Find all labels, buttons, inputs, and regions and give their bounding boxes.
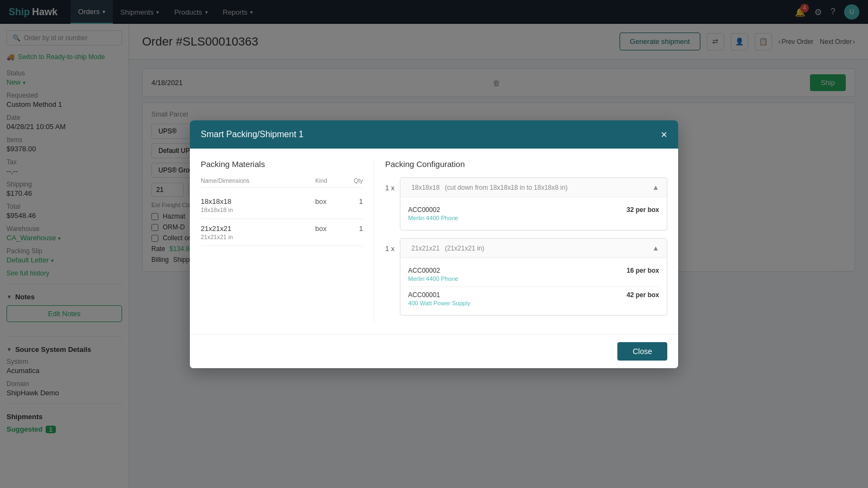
pc-item-sku-2-2: ACC00001 <box>408 291 470 299</box>
packing-configuration-title: Packing Configuration <box>385 159 667 169</box>
pc-box-1-header: 18x18x18 (cut down from 18x18x18 in to 1… <box>400 178 667 197</box>
pm-box-name-2: 21x21x21 <box>201 224 311 233</box>
pc-box-2-name: 21x21x21 <box>411 245 439 252</box>
pc-item-desc-2-2: 400 Watt Power Supply <box>408 300 470 306</box>
pm-qty-1: 1 <box>347 197 363 206</box>
modal-title: Smart Packing/Shipment 1 <box>201 130 303 139</box>
pc-item-qty-1-1: 32 per box <box>627 206 659 214</box>
modal-close-button[interactable]: × <box>661 129 667 140</box>
pc-box-2-note: (21x21x21 in) <box>445 245 484 252</box>
smart-packing-modal: Smart Packing/Shipment 1 × Packing Mater… <box>190 120 678 368</box>
pc-item-2: 1 x 21x21x21 (21x21x21 in) ▲ <box>385 238 667 316</box>
pc-box-1-note: (cut down from 18x18x18 in to 18x18x8 in… <box>445 184 567 191</box>
pm-header-kind: Kind <box>315 177 342 184</box>
pm-row-2: 21x21x21 21x21x21 in box 1 <box>201 219 363 246</box>
pc-box-2-header: 21x21x21 (21x21x21 in) ▲ <box>400 239 667 258</box>
pc-item-row-2-2: ACC00001 400 Watt Power Supply 42 per bo… <box>408 287 659 311</box>
pm-qty-2: 1 <box>347 224 363 233</box>
pm-header-name: Name/Dimensions <box>201 177 311 184</box>
pm-header-qty: Qty <box>347 177 363 184</box>
pc-item-sku-2-1: ACC00002 <box>408 267 458 274</box>
pm-box-dims-2: 21x21x21 in <box>201 234 311 240</box>
pc-item-inner-1-1: ACC00002 Merlin 4400 Phone 32 per box <box>408 206 659 221</box>
modal-close-btn[interactable]: Close <box>617 342 667 361</box>
pc-box-1-body: ACC00002 Merlin 4400 Phone 32 per box <box>400 197 667 230</box>
pm-row-1: 18x18x18 18x18x18 in box 1 <box>201 192 363 219</box>
pm-box-name-1: 18x18x18 <box>201 197 311 206</box>
pc-item-info-2-1: ACC00002 Merlin 4400 Phone <box>408 267 458 282</box>
pc-box-1-collapse-icon[interactable]: ▲ <box>652 183 659 191</box>
modal-body: Packing Materials Name/Dimensions Kind Q… <box>190 149 678 334</box>
pc-box-1: 18x18x18 (cut down from 18x18x18 in to 1… <box>400 177 667 230</box>
pc-qty-2: 1 x <box>385 245 394 253</box>
pm-kind-1: box <box>315 197 342 206</box>
pc-box-2: 21x21x21 (21x21x21 in) ▲ ACC00002 Merl <box>400 238 667 316</box>
packing-configuration-section: Packing Configuration 1 x 18x18x18 (cut … <box>385 159 667 323</box>
pm-kind-2: box <box>315 224 342 233</box>
pc-item-qty-2-2: 42 per box <box>627 291 659 299</box>
modal-overlay[interactable]: Smart Packing/Shipment 1 × Packing Mater… <box>0 0 868 488</box>
pc-item-inner-2-1: ACC00002 Merlin 4400 Phone 16 per box <box>408 267 659 282</box>
pc-item-sku-1-1: ACC00002 <box>408 206 458 214</box>
pc-box-2-title: 21x21x21 (21x21x21 in) <box>408 244 484 252</box>
pc-item-row-1-1: ACC00002 Merlin 4400 Phone 32 per box <box>408 202 659 226</box>
pc-box-2-body: ACC00002 Merlin 4400 Phone 16 per box AC <box>400 258 667 315</box>
modal-header: Smart Packing/Shipment 1 × <box>190 120 678 149</box>
pm-table-header: Name/Dimensions Kind Qty <box>201 177 363 188</box>
pc-item-1: 1 x 18x18x18 (cut down from 18x18x18 in … <box>385 177 667 230</box>
pc-box-2-collapse-icon[interactable]: ▲ <box>652 244 659 252</box>
pc-item-desc-2-1: Merlin 4400 Phone <box>408 275 458 282</box>
pc-item-info-1-1: ACC00002 Merlin 4400 Phone <box>408 206 458 221</box>
pc-qty-1: 1 x <box>385 184 394 192</box>
packing-materials-section: Packing Materials Name/Dimensions Kind Q… <box>201 159 374 323</box>
pm-name-2: 21x21x21 21x21x21 in <box>201 224 311 240</box>
pm-box-dims-1: 18x18x18 in <box>201 207 311 213</box>
packing-materials-table: Name/Dimensions Kind Qty 18x18x18 18x18x… <box>201 177 363 246</box>
pc-box-1-name: 18x18x18 <box>411 184 439 191</box>
packing-materials-title: Packing Materials <box>201 159 363 169</box>
pc-item-inner-2-2: ACC00001 400 Watt Power Supply 42 per bo… <box>408 291 659 306</box>
pc-box-1-title: 18x18x18 (cut down from 18x18x18 in to 1… <box>408 183 567 191</box>
pc-item-desc-1-1: Merlin 4400 Phone <box>408 215 458 221</box>
pc-item-row-2-1: ACC00002 Merlin 4400 Phone 16 per box <box>408 262 659 287</box>
pm-name-1: 18x18x18 18x18x18 in <box>201 197 311 213</box>
modal-footer: Close <box>190 334 678 368</box>
pc-item-info-2-2: ACC00001 400 Watt Power Supply <box>408 291 470 306</box>
pc-item-qty-2-1: 16 per box <box>627 267 659 274</box>
